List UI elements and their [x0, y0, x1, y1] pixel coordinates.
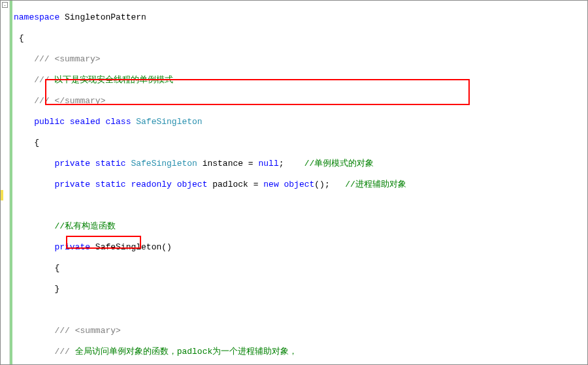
parens: ();: [314, 180, 345, 189]
keyword-new: new: [263, 180, 278, 189]
modified-line-marker: [1, 190, 3, 200]
doc-slash: ///: [14, 96, 54, 106]
comment: //私有构造函数: [54, 221, 116, 231]
constructor-name: SafeSingleton(): [90, 242, 172, 252]
keyword-sealed: sealed: [65, 117, 101, 127]
keyword-static: static: [90, 180, 126, 189]
brace-open: {: [14, 33, 24, 43]
type-name: SafeSingleton: [126, 159, 197, 168]
brace-close: }: [14, 284, 59, 294]
keyword-private: private: [14, 242, 90, 252]
keyword-static: static: [90, 159, 126, 168]
doc-summary-open: <summary>: [75, 326, 121, 336]
keyword-object: object: [172, 180, 208, 189]
class-name: SafeSingleton: [131, 117, 202, 127]
keyword-private: private: [14, 180, 90, 189]
code-content[interactable]: namespace SingletonPattern { /// <summar…: [12, 1, 587, 364]
var-decl: instance =: [197, 159, 259, 168]
keyword-private: private: [14, 159, 90, 168]
comment: //进程辅助对象: [345, 180, 406, 189]
keyword-class: class: [101, 117, 131, 127]
brace-open: {: [14, 263, 59, 273]
keyword-namespace: namespace: [14, 12, 59, 22]
fold-icon[interactable]: -: [2, 2, 8, 8]
doc-slash: ///: [14, 54, 54, 64]
doc-slash: ///: [14, 75, 54, 85]
var-decl: padlock =: [207, 180, 263, 189]
doc-summary-open: <summary>: [54, 54, 100, 64]
doc-slash: ///: [14, 326, 75, 336]
indent: [14, 221, 54, 231]
keyword-readonly: readonly: [126, 180, 172, 189]
brace-open: {: [14, 138, 39, 148]
doc-slash: ///: [14, 347, 75, 357]
comment: //单例模式的对象: [304, 159, 374, 168]
keyword-public: public: [14, 117, 65, 127]
namespace-name: SingletonPattern: [59, 12, 146, 22]
keyword-null: null: [258, 159, 278, 168]
editor-gutter: -: [1, 1, 10, 364]
code-editor: - namespace SingletonPattern { /// <summ…: [1, 1, 587, 364]
doc-text: 全局访问单例对象的函数，padlock为一个进程辅助对象，: [75, 347, 298, 357]
doc-text: 以下是实现安全线程的单例模式: [54, 75, 173, 85]
doc-summary-close: </summary>: [54, 96, 105, 106]
semicolon: ;: [279, 159, 304, 168]
keyword-object: object: [279, 180, 315, 189]
